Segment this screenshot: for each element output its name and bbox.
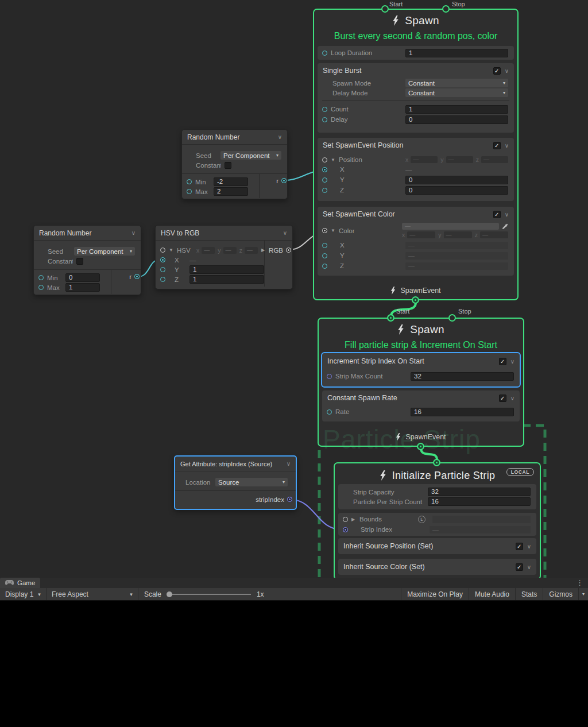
game-view-content[interactable] [0, 601, 588, 727]
float-port[interactable] [322, 243, 327, 248]
collapse-chevron-icon[interactable]: ∨ [510, 358, 514, 365]
float-port[interactable] [38, 285, 44, 290]
float-port[interactable] [327, 409, 332, 415]
block-single-burst[interactable]: Single Burst ✓ ∨ Spawn Mode Constant ▾ D… [318, 63, 514, 133]
spawn-mode-dropdown[interactable]: Constant ▾ [405, 79, 508, 87]
block-header[interactable]: Constant Spawn Rate ✓ ∨ [322, 390, 520, 405]
float-port[interactable] [187, 189, 192, 194]
tab-menu-kebab-icon[interactable]: ⋮ [571, 578, 588, 588]
float-port-connected[interactable] [281, 178, 287, 183]
flow-port-in-connected[interactable] [433, 459, 440, 466]
uint-port[interactable] [327, 374, 332, 379]
vector3-port[interactable] [322, 157, 327, 163]
local-space-icon[interactable]: L [418, 516, 425, 523]
scale-slider[interactable] [167, 590, 251, 598]
enabled-checkbox[interactable]: ✓ [516, 543, 523, 550]
float-port[interactable] [160, 277, 165, 282]
min-field[interactable]: 0 [65, 273, 100, 282]
maximize-on-play-button[interactable]: Maximize On Play [401, 588, 469, 600]
hsv-y-field[interactable]: 1 [189, 265, 264, 274]
expand-triangle-icon[interactable]: ▶ [351, 517, 356, 522]
vector3-port[interactable] [160, 248, 165, 253]
flow-wire-spawn2-to-init[interactable] [421, 448, 437, 460]
node-title-bar[interactable]: Random Number ∨ [34, 226, 141, 241]
delay-field[interactable]: 0 [405, 115, 508, 124]
node-get-attribute-stripindex[interactable]: Get Attribute: stripIndex (Source) ∨ Loc… [174, 455, 297, 510]
float-port[interactable] [322, 51, 327, 56]
color-port-connected[interactable] [286, 248, 291, 253]
block-constant-spawn-rate[interactable]: Constant Spawn Rate ✓ ∨ Rate 16 [322, 390, 520, 421]
block-init-inputs[interactable]: ▶ Bounds L Strip Index — [338, 513, 536, 536]
block-header[interactable]: Set SpawnEvent Position ✓ ∨ [318, 138, 514, 153]
float-port[interactable] [322, 117, 327, 122]
float-port[interactable] [322, 188, 327, 193]
collapse-chevron-icon[interactable]: ∨ [505, 142, 509, 149]
collapse-chevron-icon[interactable]: ∨ [131, 230, 136, 236]
aspect-ratio-selector[interactable]: Free Aspect ▾ [47, 588, 138, 600]
block-set-spawnevent-color[interactable]: Set SpawnEvent Color ✓ ∨ ▼ Color — [318, 207, 514, 276]
float-port[interactable] [322, 107, 327, 112]
expand-triangle-icon[interactable]: ▼ [331, 228, 335, 233]
context-spawn-strip[interactable]: Spawn Fill particle strip & Increment On… [318, 318, 524, 447]
hsv-z-field[interactable]: 1 [189, 275, 264, 284]
collapse-chevron-icon[interactable]: ∨ [283, 230, 287, 236]
node-hsv-to-rgb[interactable]: HSV to RGB ∨ ▼ HSV x— y— z— X — [155, 225, 293, 289]
enabled-checkbox[interactable]: ✓ [499, 358, 506, 365]
expand-triangle-icon[interactable]: ▼ [169, 248, 173, 253]
slider-handle[interactable] [167, 591, 172, 597]
enabled-checkbox[interactable]: ✓ [493, 142, 501, 149]
max-field[interactable]: 2 [214, 187, 248, 196]
node-random-number-2[interactable]: Random Number ∨ Seed Per Component ▾ Con… [33, 225, 141, 295]
block-loop-duration[interactable]: Loop Duration 1 [318, 46, 514, 60]
strip-capacity-field[interactable]: 32 [428, 488, 531, 496]
float-port-connected[interactable] [160, 257, 165, 262]
location-dropdown[interactable]: Source ▾ [215, 478, 288, 486]
gizmos-dropdown-arrow[interactable]: ▾ [578, 588, 588, 600]
enabled-checkbox[interactable]: ✓ [493, 67, 501, 75]
tab-game[interactable]: Game [0, 578, 40, 588]
position-z-field[interactable]: 0 [405, 186, 508, 195]
uint-port-connected[interactable] [287, 497, 292, 502]
constant-checkbox[interactable] [225, 162, 231, 169]
context-title-bar[interactable]: Spawn [314, 11, 517, 30]
aabox-port[interactable] [343, 517, 348, 522]
block-inherit-source-position[interactable]: Inherit Source Position (Set) ✓ ∨ [338, 538, 536, 554]
block-header[interactable]: Increment Strip Index On Start ✓ ∨ [322, 353, 520, 369]
eyedropper-icon[interactable] [502, 223, 508, 230]
block-inherit-source-color[interactable]: Inherit Source Color (Set) ✓ ∨ [338, 559, 536, 575]
node-title-bar[interactable]: Get Attribute: stripIndex (Source) ∨ [175, 457, 296, 471]
block-strip-settings[interactable]: Strip Capacity 32 Particle Per Strip Cou… [338, 484, 536, 509]
local-space-badge[interactable]: LOCAL [506, 468, 534, 476]
float-port[interactable] [322, 177, 327, 183]
flow-port-start[interactable] [381, 5, 389, 13]
float-port[interactable] [187, 179, 192, 184]
constant-checkbox[interactable] [76, 258, 83, 265]
block-header[interactable]: Set SpawnEvent Color ✓ ∨ [318, 207, 514, 222]
enabled-checkbox[interactable]: ✓ [516, 563, 523, 571]
collapse-chevron-icon[interactable]: ∨ [278, 134, 282, 140]
flow-port-spawnevent-out[interactable] [412, 296, 419, 304]
particle-per-strip-field[interactable]: 16 [428, 497, 531, 506]
vfx-graph-canvas[interactable]: Start Stop Start Stop Spawn Burst every … [0, 0, 588, 578]
flow-port-start-connected[interactable] [387, 314, 394, 322]
block-header[interactable]: Single Burst ✓ ∨ [318, 63, 514, 78]
enabled-checkbox[interactable]: ✓ [499, 395, 506, 402]
display-selector[interactable]: Display 1 ▾ [0, 588, 47, 600]
node-random-number-1[interactable]: Random Number ∨ Seed Per Component ▾ Con… [181, 129, 288, 199]
float-port-connected[interactable] [322, 167, 327, 172]
float-port[interactable] [38, 275, 44, 280]
position-y-field[interactable]: 0 [405, 176, 508, 184]
block-header[interactable]: Inherit Source Position (Set) ✓ ∨ [338, 538, 536, 554]
node-title-bar[interactable]: Random Number ∨ [182, 130, 287, 145]
delay-mode-dropdown[interactable]: Constant ▾ [405, 88, 508, 97]
color-swatch[interactable]: — [402, 223, 499, 230]
expand-triangle-icon[interactable]: ▶ [261, 248, 266, 253]
collapse-chevron-icon[interactable]: ∨ [505, 211, 509, 218]
block-set-spawnevent-position[interactable]: Set SpawnEvent Position ✓ ∨ ▼ Position x… [318, 138, 514, 201]
gizmos-button[interactable]: Gizmos [543, 588, 578, 600]
flow-port-stop[interactable] [442, 5, 450, 13]
seed-dropdown[interactable]: Per Component ▾ [74, 247, 135, 256]
strip-max-count-field[interactable]: 32 [411, 372, 514, 381]
collapse-chevron-icon[interactable]: ∨ [287, 461, 291, 467]
flow-port-stop[interactable] [448, 314, 456, 322]
